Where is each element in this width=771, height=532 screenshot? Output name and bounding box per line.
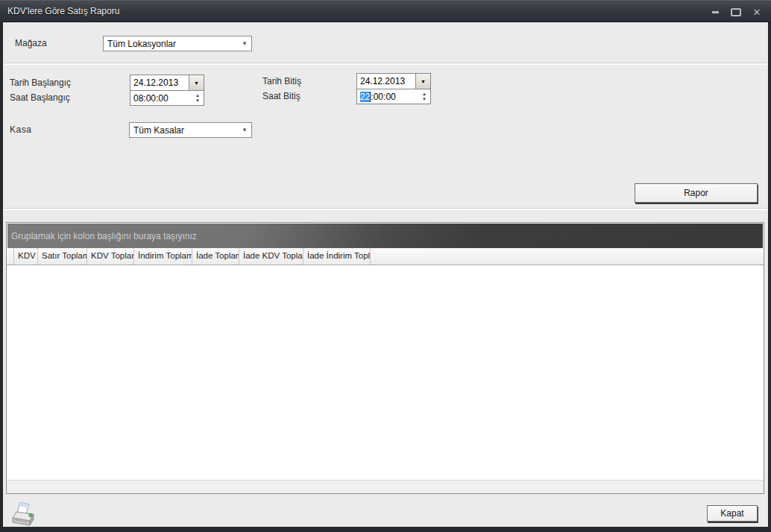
time-start-value: 08:00:00 xyxy=(130,91,192,105)
minimize-icon xyxy=(712,11,719,13)
spinner-buttons: ▲ ▼ xyxy=(418,89,430,104)
spinner-buttons: ▲ ▼ xyxy=(192,91,204,105)
calendar-dropdown-icon[interactable]: ▼ xyxy=(415,74,430,89)
grid-header-iade-kdv-toplami[interactable]: İade KDV Toplamı xyxy=(239,248,303,265)
report-window: KDV'lere Göre Satış Raporu ✕ Mağaza Tüm … xyxy=(0,0,771,532)
date-end-picker[interactable]: 24.12.2013 ▼ xyxy=(356,73,431,89)
grid-header-kdv[interactable]: KDV xyxy=(14,248,38,265)
window-controls: ✕ xyxy=(708,1,764,23)
close-icon: ✕ xyxy=(753,7,761,17)
register-label: Kasa xyxy=(10,122,31,138)
section-divider xyxy=(4,63,767,65)
register-dropdown[interactable]: Tüm Kasalar ▾ xyxy=(129,122,252,138)
grid-header-indicator xyxy=(7,248,14,265)
close-button[interactable]: ✕ xyxy=(750,4,764,19)
text-caret: :00:00 xyxy=(370,92,395,102)
maximize-icon xyxy=(731,8,741,16)
time-start-spinner[interactable]: 08:00:00 ▲ ▼ xyxy=(130,90,204,106)
date-end-value: 24.12.2013 xyxy=(357,74,415,89)
grid-header-iade-toplami[interactable]: İade Toplamı xyxy=(192,248,239,265)
grid-header-filler xyxy=(371,248,764,265)
date-start-value: 24.12.2013 xyxy=(130,75,189,90)
date-start-picker[interactable]: 24.12.2013 ▼ xyxy=(130,75,204,91)
store-label: Mağaza xyxy=(15,36,47,51)
report-button-label: Rapor xyxy=(684,188,708,198)
printer-icon xyxy=(9,499,37,528)
spin-down-icon[interactable]: ▼ xyxy=(192,98,204,104)
group-by-area[interactable]: Gruplamak için kolon başlığını buraya ta… xyxy=(7,224,763,248)
results-grid: Gruplamak için kolon başlığını buraya ta… xyxy=(6,222,764,494)
grid-body[interactable] xyxy=(7,265,764,480)
maximize-button[interactable] xyxy=(729,4,743,19)
selected-text: 22 xyxy=(360,92,370,102)
print-button[interactable] xyxy=(9,499,37,528)
close-window-button-label: Kapat xyxy=(720,508,743,519)
spin-up-icon[interactable]: ▲ xyxy=(192,93,204,98)
calendar-dropdown-icon[interactable]: ▼ xyxy=(189,75,204,90)
time-end-spinner[interactable]: 22:00:00 ▲ ▼ xyxy=(356,89,431,104)
grid-header-iade-indirim-toplami[interactable]: İade İndirim Toplamı xyxy=(303,248,371,265)
register-dropdown-value: Tüm Kasalar xyxy=(130,125,238,136)
grid-header-row: KDV Satır Toplamı KDV Toplamı İndirim To… xyxy=(7,248,764,265)
time-start-label: Saat Başlangıç xyxy=(10,90,70,106)
report-button[interactable]: Rapor xyxy=(635,183,758,203)
grid-header-indirim-toplami[interactable]: İndirim Toplamı xyxy=(134,248,192,265)
store-dropdown[interactable]: Tüm Lokasyonlar ▾ xyxy=(103,36,252,51)
titlebar: KDV'lere Göre Satış Raporu ✕ xyxy=(0,0,771,22)
window-title: KDV'lere Göre Satış Raporu xyxy=(7,6,119,16)
grid-header-kdv-toplami[interactable]: KDV Toplamı xyxy=(87,248,134,265)
section-divider xyxy=(4,208,767,210)
spin-up-icon[interactable]: ▲ xyxy=(418,92,430,97)
date-start-label: Tarih Başlangıç xyxy=(10,75,71,91)
spin-down-icon[interactable]: ▼ xyxy=(418,97,430,102)
store-dropdown-value: Tüm Lokasyonlar xyxy=(104,39,238,49)
group-by-hint: Gruplamak için kolon başlığını buraya ta… xyxy=(11,231,197,241)
time-end-label: Saat Bitiş xyxy=(262,89,300,104)
grid-header-satir-toplami[interactable]: Satır Toplamı xyxy=(38,248,87,265)
grid-footer xyxy=(7,480,764,493)
time-end-value: 22:00:00 xyxy=(357,89,418,104)
date-end-label: Tarih Bitiş xyxy=(262,73,301,89)
close-window-button[interactable]: Kapat xyxy=(707,505,758,522)
chevron-down-icon: ▾ xyxy=(238,127,251,133)
chevron-down-icon: ▾ xyxy=(238,40,251,47)
minimize-button[interactable] xyxy=(708,4,722,19)
